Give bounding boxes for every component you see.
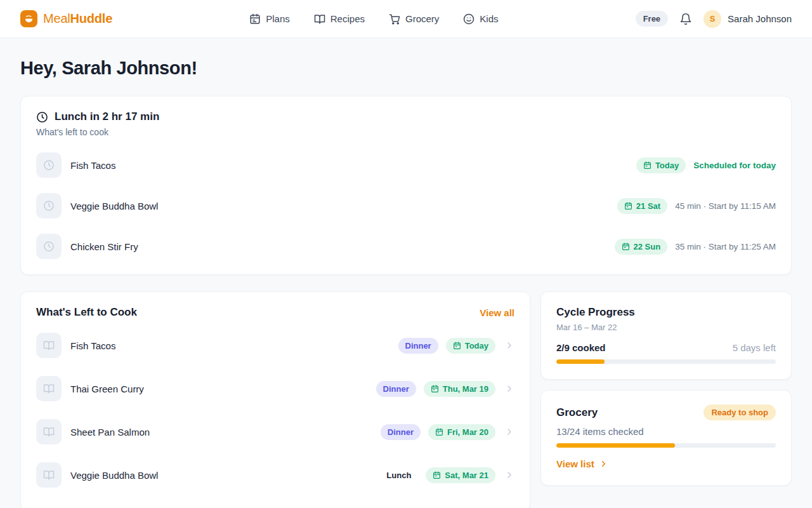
nav-item-kids[interactable]: Kids [463,13,498,25]
card-title: What's Left to Cook [36,306,137,319]
cycle-stats: 2/9 cooked 5 days left [556,342,776,353]
dashboard-page: Hey, Sarah Johnson! Lunch in 2 hr 17 min… [0,58,812,508]
cart-icon [389,13,400,25]
meal-row-meta: 21 Sat 45 min · Start by 11:15 AM [617,198,776,214]
meal-thumbnail [36,152,62,178]
recipe-name: Sheet Pan Salmon [70,427,150,438]
user-name: Sarah Johnson [728,13,792,24]
view-all-link[interactable]: View all [480,307,514,318]
cycle-progress-fill [556,359,605,364]
nav-item-grocery[interactable]: Grocery [389,13,439,25]
chevron-right-icon [599,459,608,469]
date-badge: 21 Sat [617,198,667,214]
up-next-list: Fish Tacos Today Scheduled for today Veg… [36,145,776,267]
date-badge: Thu, Mar 19 [424,381,495,397]
scheduled-status: Scheduled for today [693,161,776,170]
book-open-icon [43,340,55,351]
card-title: Cycle Progress [556,306,776,319]
date-badge: 22 Sun [615,239,668,255]
card-title: Grocery [556,406,598,419]
recipe-thumbnail [36,419,62,444]
nav-item-recipes[interactable]: Recipes [314,13,365,25]
meal-thumbnail [36,193,62,218]
chevron-right-icon[interactable] [504,427,514,437]
calendar-icon [643,161,652,170]
meal-name: Veggie Buddha Bowl [70,201,158,211]
page-title: Hey, Sarah Johnson! [20,58,792,79]
cycle-date-range: Mar 16 – Mar 22 [556,323,776,332]
meal-row[interactable]: Veggie Buddha Bowl 21 Sat 45 min · Start… [36,185,776,226]
recipe-row[interactable]: Fish Tacos Dinner Today [36,324,514,367]
book-open-icon [314,13,325,25]
meal-row-meta: 22 Sun 35 min · Start by 11:25 AM [615,239,776,255]
side-column: Cycle Progress Mar 16 – Mar 22 2/9 cooke… [540,291,792,486]
app-name: MealHuddle [43,11,112,26]
clock-icon [43,159,55,171]
view-list-link[interactable]: View list [556,458,608,469]
calendar-icon [453,342,461,350]
nav-item-plans[interactable]: Plans [249,13,290,25]
recipe-thumbnail [36,462,62,488]
chevron-right-icon[interactable] [504,340,514,351]
recipe-row[interactable]: Thai Green Curry Dinner Thu, Mar 19 [36,367,514,410]
meal-name: Fish Tacos [70,160,115,171]
meal-name: Chicken Stir Fry [70,241,138,252]
recipe-row[interactable]: Sheet Pan Salmon Dinner Fri, Mar 20 [36,410,514,453]
notifications-button[interactable] [679,13,692,25]
recipe-thumbnail [36,376,62,401]
whats-left-list: Fish Tacos Dinner Today [36,324,514,497]
ready-to-shop-badge: Ready to shop [704,404,776,420]
chevron-right-icon[interactable] [504,384,514,394]
calendar-icon [249,13,261,25]
meal-row-meta: Today Scheduled for today [636,157,776,173]
recipe-row[interactable]: Veggie Buddha Bowl Lunch Sat, Mar 21 [36,453,514,497]
clock-icon [43,200,55,211]
meal-type-badge: Lunch [379,467,418,483]
up-next-subtitle: What's left to cook [36,127,776,137]
primary-nav: Plans Recipes Grocery Kids [112,13,635,25]
clock-icon [36,111,48,123]
meal-thumbnail [36,234,62,259]
bowl-logo-icon [20,10,37,27]
chevron-right-icon[interactable] [504,470,514,480]
up-next-card: Lunch in 2 hr 17 min What's left to cook… [20,96,792,275]
grocery-card: Grocery Ready to shop 13/24 items checke… [540,390,792,486]
avatar: S [704,10,721,28]
meal-row[interactable]: Chicken Stir Fry 22 Sun 35 min · Start b… [36,226,776,267]
nav-label: Recipes [331,13,365,24]
book-open-icon [43,383,55,394]
countdown-title: Lunch in 2 hr 17 min [55,110,159,123]
up-next-header: Lunch in 2 hr 17 min [36,110,776,123]
prep-meta: 35 min · Start by 11:25 AM [675,242,776,251]
whats-left-card: What's Left to Cook View all Fish Tacos … [20,291,530,508]
grocery-progress-fill [556,443,675,448]
nav-label: Grocery [405,13,439,24]
date-badge: Today [446,338,495,354]
recipe-name: Veggie Buddha Bowl [70,470,158,481]
grocery-progress-bar [556,443,776,448]
book-open-icon [43,426,55,438]
recipe-row-meta: Lunch Sat, Mar 21 [379,467,514,483]
date-badge: Sat, Mar 21 [426,467,495,483]
top-navigation-bar: MealHuddle Plans Recipes Grocery Kids Fr… [0,0,812,38]
recipe-row-meta: Dinner Today [398,338,515,354]
recipe-name: Fish Tacos [70,340,115,351]
cycle-progress-card: Cycle Progress Mar 16 – Mar 22 2/9 cooke… [540,291,792,380]
items-checked-count: 13/24 items checked [556,426,776,437]
grocery-header: Grocery Ready to shop [556,404,776,420]
calendar-icon [433,471,441,479]
calendar-icon [435,428,443,436]
cycle-progress-bar [556,359,776,364]
recipe-name: Thai Green Curry [70,384,144,394]
date-badge: Fri, Mar 20 [428,424,495,440]
app-logo[interactable]: MealHuddle [20,10,112,27]
user-menu[interactable]: S Sarah Johnson [704,10,792,28]
meal-row[interactable]: Fish Tacos Today Scheduled for today [36,145,776,185]
calendar-icon [431,385,439,393]
meal-type-badge: Dinner [398,338,438,354]
cooked-count: 2/9 cooked [556,342,606,353]
view-list-label: View list [556,458,594,469]
dashboard-grid: What's Left to Cook View all Fish Tacos … [20,291,792,508]
plan-tier-badge: Free [636,11,668,27]
book-open-icon [43,469,55,481]
